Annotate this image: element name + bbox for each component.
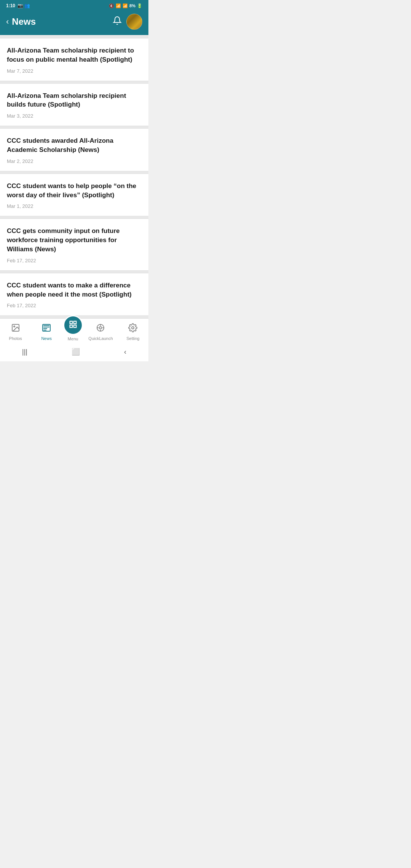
avatar[interactable] <box>126 14 142 30</box>
header-right <box>113 14 142 30</box>
system-back-button[interactable]: ‹ <box>124 348 126 356</box>
svg-point-8 <box>99 327 102 329</box>
header-left: ‹ News <box>6 16 36 27</box>
news-title-1: All-Arizona Team scholarship recipient t… <box>7 46 142 64</box>
news-date-2: Mar 3, 2022 <box>7 113 142 119</box>
system-menu-button[interactable]: ||| <box>22 348 27 356</box>
nav-item-photos[interactable]: Photos <box>0 322 31 342</box>
page-title: News <box>12 16 36 27</box>
news-card-4[interactable]: CCC student wants to help people “on the… <box>0 174 148 217</box>
news-title-5: CCC gets community input on future workf… <box>7 227 142 254</box>
news-card-2[interactable]: All-Arizona Team scholarship recipient b… <box>0 83 148 126</box>
back-button[interactable]: ‹ <box>6 18 9 26</box>
news-title-6: CCC student wants to make a difference w… <box>7 281 142 299</box>
news-date-4: Mar 1, 2022 <box>7 203 142 209</box>
status-bar: 1:10 📷 👥 🔇 📶 📶 8% 🔋 <box>0 0 148 10</box>
menu-grid-icon <box>69 320 77 330</box>
news-card-3[interactable]: CCC students awarded All-Arizona Academi… <box>0 128 148 171</box>
quicklaunch-label: QuickLaunch <box>88 336 113 341</box>
news-date-1: Mar 7, 2022 <box>7 68 142 74</box>
notification-bell-icon[interactable] <box>113 16 122 27</box>
svg-rect-5 <box>70 325 72 327</box>
svg-rect-6 <box>73 325 76 327</box>
news-list: All-Arizona Team scholarship recipient t… <box>0 35 148 318</box>
menu-circle[interactable] <box>63 315 83 335</box>
svg-point-1 <box>14 326 15 327</box>
setting-icon <box>128 323 137 335</box>
nav-item-quicklaunch[interactable]: QuickLaunch <box>84 322 117 342</box>
news-card-5[interactable]: CCC gets community input on future workf… <box>0 219 148 270</box>
news-label: News <box>41 336 52 341</box>
status-icons: 📷 👥 <box>18 3 30 8</box>
time-display: 1:10 <box>6 3 15 8</box>
wifi-icon: 📶 <box>116 3 121 8</box>
nav-item-news[interactable]: News <box>31 322 62 342</box>
news-title-4: CCC student wants to help people “on the… <box>7 182 142 200</box>
quicklaunch-icon <box>96 323 105 335</box>
battery-display: 8% <box>129 3 135 8</box>
status-time: 1:10 📷 👥 <box>6 3 30 8</box>
photos-icon <box>11 323 20 335</box>
svg-point-13 <box>132 327 134 329</box>
news-date-6: Feb 17, 2022 <box>7 303 142 308</box>
news-card-6[interactable]: CCC student wants to make a difference w… <box>0 273 148 316</box>
bottom-nav: Photos News Menu <box>0 318 148 344</box>
svg-rect-3 <box>70 321 72 324</box>
news-title-2: All-Arizona Team scholarship recipient b… <box>7 91 142 110</box>
news-date-5: Feb 17, 2022 <box>7 258 142 263</box>
news-date-3: Mar 2, 2022 <box>7 158 142 164</box>
battery-icon: 🔋 <box>137 3 142 8</box>
svg-rect-4 <box>73 321 76 324</box>
news-icon <box>42 323 51 335</box>
setting-label: Setting <box>126 336 139 341</box>
mute-icon: 🔇 <box>109 3 114 8</box>
nav-item-menu[interactable]: Menu <box>62 323 84 341</box>
nav-item-setting[interactable]: Setting <box>118 322 148 342</box>
photos-label: Photos <box>9 336 22 341</box>
menu-label: Menu <box>68 337 78 341</box>
system-home-button[interactable]: ⬜ <box>72 348 80 356</box>
news-title-3: CCC students awarded All-Arizona Academi… <box>7 136 142 155</box>
status-right: 🔇 📶 📶 8% 🔋 <box>109 3 142 8</box>
news-card-1[interactable]: All-Arizona Team scholarship recipient t… <box>0 38 148 81</box>
system-nav: ||| ⬜ ‹ <box>0 344 148 361</box>
header: ‹ News <box>0 10 148 35</box>
signal-icon: 📶 <box>123 3 128 8</box>
